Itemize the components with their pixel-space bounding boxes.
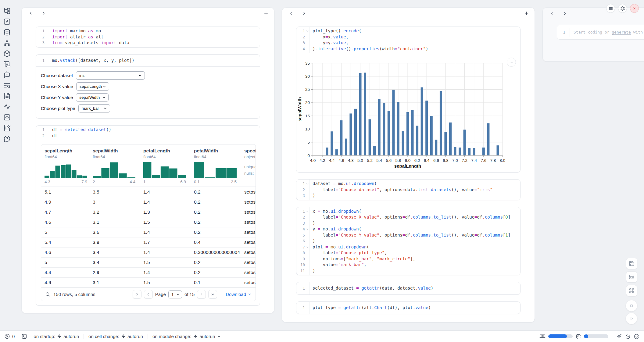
code-editor[interactable]: 1plot_type().encode(2 x=x.value,3 y=y.va…	[296, 27, 520, 53]
dropdown-choose-y-value[interactable]: sepalWidth	[76, 93, 109, 102]
code-editor[interactable]: 1x = mo.ui.dropdown(2 label="Choose X va…	[296, 207, 520, 275]
column-header-petalWidth[interactable]: petalWidthfloat640.12.5	[191, 148, 241, 184]
scroll-text-icon[interactable]	[3, 61, 11, 68]
table-cell: setosa	[241, 230, 256, 235]
column-back-icon[interactable]	[549, 11, 554, 16]
table-cell: 1.7	[140, 240, 191, 245]
download-button[interactable]: Download	[226, 292, 252, 297]
next-page-button[interactable]	[197, 290, 206, 299]
search-icon[interactable]	[45, 292, 50, 297]
fold-chevron-icon[interactable]	[306, 210, 309, 213]
ai-sparkles-icon[interactable]	[616, 333, 622, 340]
chat-bot-icon[interactable]	[625, 333, 631, 340]
notebook-cell: 1import marimo as mo2import altair as al…	[36, 27, 260, 48]
code-square-icon[interactable]	[3, 114, 11, 121]
column-header-sepalLength[interactable]: sepalLengthfloat644.37.9	[41, 148, 89, 184]
prev-page-button[interactable]	[144, 290, 153, 299]
list-search-icon[interactable]	[3, 82, 11, 89]
table-cell: 1.5	[140, 280, 191, 285]
line-number: 9	[296, 256, 309, 262]
column-forward-icon[interactable]	[563, 11, 567, 16]
notebook-pen-icon[interactable]	[3, 124, 11, 132]
fold-chevron-icon[interactable]	[306, 246, 309, 249]
code-editor[interactable]: 1dataset = mo.ui.dropdown(2 label="Choos…	[296, 180, 520, 200]
errors-icon[interactable]	[4, 333, 10, 339]
table-cell: 1.4	[140, 230, 191, 235]
on-startup-setting[interactable]: on startup: autorun	[29, 334, 84, 339]
terminal-icon[interactable]	[21, 333, 27, 339]
table-row[interactable]: 5.43.91.70.4setosa	[41, 237, 256, 247]
svg-text:35: 35	[305, 61, 310, 66]
package-icon[interactable]	[3, 50, 11, 57]
table-row[interactable]: 4.93.11.50.1setosa	[41, 277, 256, 287]
activity-icon[interactable]	[3, 103, 11, 110]
code-editor[interactable]: 1df = selected_dataset()2df	[36, 126, 260, 140]
on-module-change-setting[interactable]: on module change: autorun	[148, 334, 226, 339]
command-palette-button[interactable]	[626, 285, 637, 296]
save-button[interactable]	[626, 258, 637, 269]
table-cell: 4.9	[41, 199, 89, 205]
code-line: 2 x=x.value,	[296, 34, 520, 40]
fold-chevron-icon[interactable]	[306, 30, 309, 33]
dropdown-choose-x-value[interactable]: sepalLength	[76, 82, 109, 91]
code-line: 4).interactive().properties(width="conta…	[296, 46, 520, 52]
svg-text:25: 25	[305, 87, 310, 92]
column-forward-icon[interactable]	[302, 11, 306, 16]
dropdown-choose-plot-type[interactable]: mark_bar	[78, 104, 110, 112]
column-header-species[interactable]: speciesobjectunique:nulls:	[241, 148, 256, 184]
column-back-icon[interactable]	[28, 11, 33, 16]
table-cell: 1.4	[140, 199, 191, 205]
close-button[interactable]	[630, 4, 639, 13]
column-header-sepalWidth[interactable]: sepalWidthfloat6424.4	[89, 148, 140, 184]
code-editor[interactable]: 1plot_type = getattr(alt.Chart(df), plot…	[296, 302, 520, 314]
add-cell-icon[interactable]	[263, 11, 269, 16]
zap-icon	[121, 334, 126, 339]
add-cell-icon[interactable]	[524, 11, 529, 16]
table-row[interactable]: 5.13.51.40.2setosa	[41, 187, 256, 197]
column-header-petalLength[interactable]: petalLengthfloat6416.9	[140, 148, 191, 184]
table-row[interactable]: 4.73.21.30.2setosa	[41, 207, 256, 217]
new-cell-editor[interactable]: 1 Start coding or generate with AI	[557, 25, 644, 40]
help-bubble-icon[interactable]	[3, 135, 11, 142]
stop-button[interactable]	[626, 300, 637, 312]
code-editor[interactable]: 1mo.vstack([dataset, x, y, plot])	[36, 55, 260, 67]
file-tree-icon[interactable]	[3, 7, 11, 15]
page-count-label: of 15	[184, 292, 195, 297]
code-editor[interactable]: 1import marimo as mo2import altair as al…	[36, 27, 260, 47]
page-select[interactable]: 1	[168, 290, 182, 298]
table-row[interactable]: 4.42.91.40.2setosa	[41, 267, 256, 277]
document-icon[interactable]	[3, 92, 11, 100]
table-cell: 2.9	[89, 270, 140, 275]
table-row[interactable]: 53.41.50.2setosa	[41, 257, 256, 267]
dropdown-choose-dataset[interactable]: iris	[76, 71, 145, 80]
code-editor[interactable]: 1selected_dataset = getattr(data, datase…	[296, 282, 520, 294]
workflow-icon[interactable]	[3, 39, 11, 47]
layout-button[interactable]	[626, 271, 637, 283]
last-page-button[interactable]	[208, 290, 217, 299]
status-bar: 0 on startup: autorun on cell change: au…	[0, 330, 644, 342]
notebook-cell: 1selected_dataset = getattr(data, datase…	[296, 282, 521, 295]
table-cell: 0.2	[191, 260, 241, 265]
column-forward-icon[interactable]	[41, 11, 46, 16]
fold-chevron-icon[interactable]	[306, 182, 309, 185]
function-square-icon[interactable]	[3, 18, 11, 25]
column-back-icon[interactable]	[289, 11, 293, 16]
bot-message-icon[interactable]	[3, 71, 11, 78]
code-line: 3 y=y.value,	[296, 40, 520, 46]
settings-button[interactable]	[618, 4, 627, 13]
first-page-button[interactable]	[133, 290, 141, 299]
generate-link[interactable]: generate	[612, 30, 631, 34]
run-button[interactable]	[626, 313, 637, 324]
chart-menu-button[interactable]	[507, 58, 516, 67]
table-cell: 3.5	[89, 189, 140, 195]
table-row[interactable]: 4.63.11.50.2setosa	[41, 217, 256, 227]
fold-chevron-icon[interactable]	[306, 228, 309, 231]
table-row[interactable]: 53.61.40.2setosa	[41, 227, 256, 237]
menu-button[interactable]	[606, 4, 615, 13]
status-check-icon[interactable]	[634, 333, 640, 340]
database-icon[interactable]	[3, 29, 11, 36]
table-row[interactable]: 4.931.40.2setosa	[41, 197, 256, 207]
table-cell: 1.3	[140, 209, 191, 215]
on-cell-change-setting[interactable]: on cell change: autorun	[84, 334, 148, 339]
table-row[interactable]: 4.63.41.40.3000000000000004setosa	[41, 247, 256, 257]
